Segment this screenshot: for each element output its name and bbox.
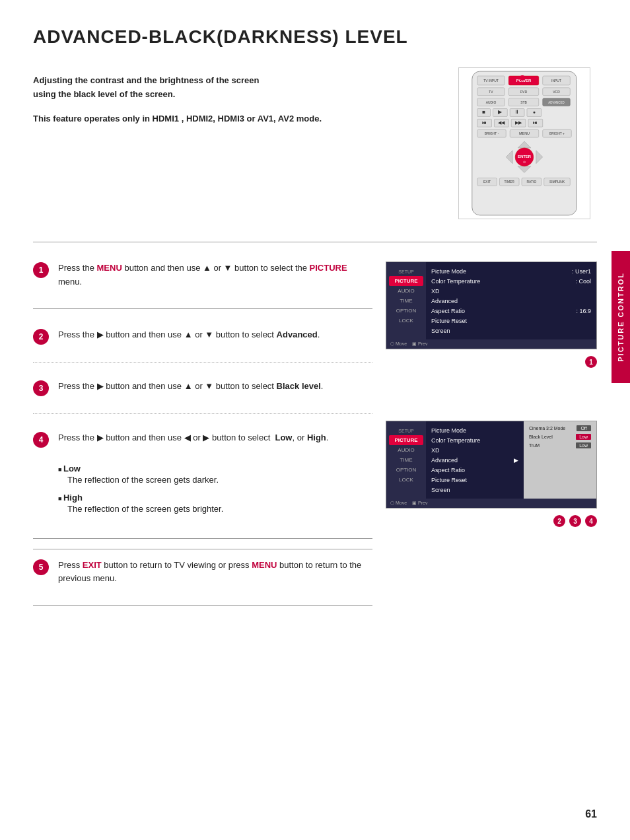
steps-left: 1 Press the MENU button and then use ▲ o… [33, 252, 372, 615]
picture-menu-item-2: PICTURE [389, 435, 423, 445]
option-menu-item-2: OPTION [389, 465, 423, 475]
divider-1 [33, 308, 372, 309]
step-1-row: 1 Press the MENU button and then use ▲ o… [33, 252, 372, 298]
sub-menu-panel: Cinema 3:2 Mode Off Black Level Low TruM… [524, 421, 596, 499]
high-option: High The reflection of the screen gets b… [58, 493, 372, 514]
badge-3: 3 [569, 515, 581, 527]
step-5-circle: 5 [33, 559, 49, 575]
menu-highlight-5: MENU [252, 560, 277, 570]
divider-3 [33, 413, 372, 414]
svg-text:◀◀: ◀◀ [498, 120, 505, 125]
step-badges-1: 1 [386, 356, 597, 368]
svg-text:BRIGHT +: BRIGHT + [549, 132, 565, 135]
low-desc: The reflection of the screen gets darker… [58, 475, 372, 485]
screen-panel-1: SETUP PICTURE AUDIO TIME OPTION LOCK Pic… [386, 262, 597, 349]
svg-text:AUDIO: AUDIO [486, 101, 497, 104]
svg-text:●: ● [533, 110, 536, 114]
picture-mode-item-2: Picture Mode [431, 425, 518, 435]
color-temp-item: Color Temperature: Cool [431, 276, 591, 286]
feature-note: This feature operates only in HDMI1 , HD… [33, 112, 438, 126]
black-level-sub-item: Black Level Low [526, 433, 594, 441]
svg-text:■: ■ [482, 109, 485, 115]
step-badges-2: 2 3 4 [386, 515, 597, 527]
picture-menu-item: PICTURE [389, 276, 423, 286]
divider-2 [33, 362, 372, 363]
steps-area: 1 Press the MENU button and then use ▲ o… [33, 252, 597, 615]
low-option: Low The reflection of the screen gets da… [58, 464, 372, 485]
svg-text:⊙: ⊙ [523, 160, 526, 164]
svg-text:TV INPUT: TV INPUT [483, 79, 499, 83]
black-level-options: Low The reflection of the screen gets da… [33, 457, 372, 528]
page-container: PICTURE CONTROL ADVANCED-BLACK(DARKNESS)… [0, 0, 630, 840]
screen-item-1: Screen [431, 326, 591, 335]
step-3-circle: 3 [33, 380, 49, 396]
advanced-item-1: Advanced [431, 296, 591, 306]
high-label: High [58, 493, 372, 503]
audio-menu-item-1: AUDIO [389, 286, 423, 296]
xd-item-2: XD [431, 445, 518, 455]
divider-4 [33, 538, 372, 539]
menu-sidebar-2: SETUP PICTURE AUDIO TIME OPTION LOCK [386, 421, 426, 499]
screen-panel-2-inner: SETUP PICTURE AUDIO TIME OPTION LOCK Pic… [386, 421, 596, 499]
step-1-circle: 1 [33, 262, 49, 278]
menu-content-2: Picture Mode Color Temperature XD Advanc… [426, 421, 524, 499]
svg-text:DVD: DVD [520, 90, 528, 94]
low-term: Low [275, 433, 292, 442]
step-4-row: 4 Press the ▶ button and then use ◀ or ▶… [33, 422, 372, 457]
step-2-text: Press the ▶ button and then use ▲ or ▼ b… [58, 328, 372, 342]
badge-1: 1 [585, 356, 597, 368]
step-3-text: Press the ▶ button and then use ▲ or ▼ b… [58, 380, 372, 394]
advanced-term: Advanced [277, 330, 318, 339]
time-menu-item-1: TIME [389, 296, 423, 306]
lock-menu-item-1: LOCK [389, 316, 423, 326]
svg-text:⏸: ⏸ [514, 109, 520, 115]
svg-text:▶▶: ▶▶ [515, 120, 522, 125]
screen-panel-2: SETUP PICTURE AUDIO TIME OPTION LOCK Pic… [386, 421, 597, 508]
svg-text:⏭: ⏭ [533, 120, 538, 125]
advanced-item-2: Advanced▶ [431, 455, 518, 465]
time-menu-item-2: TIME [389, 455, 423, 465]
black-level-term: Black level [277, 381, 321, 391]
badge-2: 2 [553, 515, 565, 527]
step-4-text: Press the ▶ button and then use ◀ or ▶ b… [58, 431, 372, 445]
bottom-bar-2: ⬡ Move ▣ Prev [386, 499, 596, 508]
bottom-bar-1: ⬡ Move ▣ Prev [386, 339, 596, 349]
description-text: Adjusting the contrast and the brightnes… [33, 74, 438, 102]
screen-panel-1-inner: SETUP PICTURE AUDIO TIME OPTION LOCK Pic… [386, 262, 596, 339]
trum-item: TruM Low [526, 441, 594, 450]
svg-text:TV: TV [489, 90, 493, 94]
screen-item-2: Screen [431, 485, 518, 495]
menu-content-1: Picture Mode: User1 Color Temperature: C… [426, 262, 596, 339]
audio-menu-item-2: AUDIO [389, 445, 423, 455]
cinema-mode-item: Cinema 3:2 Mode Off [526, 424, 594, 433]
step-5-row: 5 Press EXIT button to return to TV view… [33, 549, 372, 596]
setup-label-1: SETUP [389, 267, 423, 276]
svg-point-5 [520, 75, 525, 81]
svg-text:RATIO: RATIO [527, 180, 537, 184]
high-term: High [307, 433, 326, 442]
aspect-ratio-item-1: Aspect Ratio: 16:9 [431, 306, 591, 316]
description-area: Adjusting the contrast and the brightnes… [33, 67, 458, 125]
svg-text:BRIGHT -: BRIGHT - [485, 132, 499, 135]
top-section: Adjusting the contrast and the brightnes… [33, 67, 597, 222]
step-3-row: 3 Press the ▶ button and then use ▲ or ▼… [33, 370, 372, 405]
top-divider [33, 242, 597, 242]
step-2-row: 2 Press the ▶ button and then use ▲ or ▼… [33, 319, 372, 354]
svg-text:STB: STB [520, 101, 527, 104]
step-5-text: Press EXIT button to return to TV viewin… [58, 559, 372, 586]
steps-right: SETUP PICTURE AUDIO TIME OPTION LOCK Pic… [386, 252, 597, 615]
svg-text:INPUT: INPUT [551, 79, 561, 83]
picture-highlight: PICTURE [310, 263, 347, 273]
svg-text:SIMPLINK: SIMPLINK [549, 180, 565, 184]
exit-highlight: EXIT [83, 560, 102, 570]
remote-svg: TV INPUT POWER INPUT TV DVD VCR AUDIO ST… [458, 67, 590, 219]
svg-text:EXIT: EXIT [483, 180, 491, 184]
svg-text:TIMER: TIMER [505, 180, 515, 184]
svg-text:ADVANCED: ADVANCED [548, 101, 564, 104]
picture-mode-item: Picture Mode: User1 [431, 266, 591, 276]
low-label: Low [58, 464, 372, 473]
side-tab: PICTURE CONTROL [612, 251, 630, 383]
xd-item: XD [431, 286, 591, 296]
step-2-circle: 2 [33, 329, 49, 345]
black-level-badge: Low [576, 434, 591, 440]
